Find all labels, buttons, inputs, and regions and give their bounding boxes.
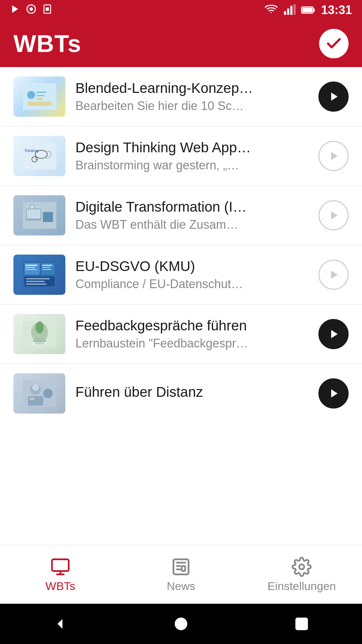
svg-rect-16 [36,98,43,100]
item-thumbnail [13,314,65,354]
nav-item-news[interactable]: News [121,545,241,604]
item-thumbnail [13,195,65,235]
signal-icon [283,4,296,16]
item-text: EU-DSGVO (KMU) Compliance / EU-Datenschu… [75,258,308,291]
item-title: Blended-Learning-Konzep… [75,80,308,96]
status-icons-right: 13:31 [265,3,352,17]
battery-icon [301,4,316,16]
nav-label-wbts: WBTs [46,580,75,593]
item-subtitle: Brainstorming war gestern, „… [75,158,308,172]
play-button[interactable] [318,200,349,230]
item-title: Digitale Transformation (I… [75,199,308,215]
nav-item-wbts[interactable]: WBTs [0,545,121,604]
item-title: Feedbackgespräche führen [75,318,308,334]
news-icon [171,557,191,577]
svg-rect-39 [26,281,45,282]
svg-rect-40 [26,283,46,285]
play-status-icon [10,4,20,16]
item-title: Führen über Distanz [75,384,308,400]
list-item[interactable]: Blended-Learning-Konzep… Bearbeiten Sie … [0,67,362,126]
item-thumbnail [13,76,65,117]
play-button[interactable] [318,82,349,112]
item-text: Feedbackgespräche führen Lernbaustein "F… [75,318,308,351]
play-button[interactable] [318,260,349,290]
svg-marker-18 [331,93,338,101]
svg-rect-10 [313,8,315,11]
svg-marker-31 [331,211,338,220]
wifi-icon [265,4,278,16]
item-title: EU-DSGVO (KMU) [75,258,308,274]
svg-rect-19 [23,143,56,169]
svg-rect-5 [284,11,286,15]
item-text: Führen über Distanz [75,384,308,403]
home-button[interactable] [168,610,194,637]
svg-rect-36 [25,269,36,270]
svg-point-48 [36,321,44,333]
wbt-list: Blended-Learning-Konzep… Bearbeiten Sie … [0,67,362,545]
item-thumbnail [13,255,65,295]
svg-marker-45 [331,271,338,279]
svg-marker-0 [12,5,18,13]
item-thumbnail [13,373,65,414]
svg-rect-72 [296,618,307,629]
check-button[interactable] [319,29,349,58]
item-thumbnail: Thinking [13,136,65,176]
svg-marker-24 [331,152,338,160]
settings-icon [292,557,312,577]
list-item[interactable]: Feedbackgespräche führen Lernbaustein "F… [0,305,362,364]
item-subtitle: Compliance / EU-Datenschut… [75,277,308,291]
svg-point-30 [31,205,34,209]
svg-rect-42 [42,265,52,266]
status-time: 13:31 [321,3,352,17]
svg-point-68 [299,564,304,569]
item-subtitle: Bearbeiten Sie hier die 10 Sc… [75,99,308,113]
nav-label-einstellungen: Einstellungen [267,580,336,593]
play-button[interactable] [318,378,349,409]
android-navigation-bar [0,604,362,644]
svg-rect-58 [29,397,35,400]
recents-button[interactable] [288,610,315,637]
list-item[interactable]: EU-DSGVO (KMU) Compliance / EU-Datenschu… [0,245,362,305]
item-text: Blended-Learning-Konzep… Bearbeiten Sie … [75,80,308,113]
svg-rect-35 [25,267,35,268]
nav-item-einstellungen[interactable]: Einstellungen [241,545,362,604]
nav-label-news: News [167,580,195,593]
svg-rect-15 [36,95,45,96]
svg-point-2 [30,8,33,10]
svg-rect-51 [35,343,45,344]
svg-marker-52 [331,330,338,338]
list-item[interactable]: Digitale Transformation (I… Das WBT enth… [0,186,362,245]
svg-rect-43 [42,267,51,268]
status-icons-left [10,4,52,16]
svg-rect-34 [25,265,37,266]
svg-rect-8 [294,4,296,15]
svg-rect-27 [27,209,41,219]
svg-rect-67 [182,566,185,571]
circle-dot-status-icon [26,4,36,16]
status-bar: 13:31 [0,0,362,20]
list-item[interactable]: Führen über Distanz [0,364,362,423]
svg-rect-17 [28,102,51,106]
svg-point-57 [43,389,53,398]
item-text: Design Thinking Web App… Brainstorming w… [75,140,308,172]
svg-point-71 [179,622,183,626]
item-subtitle: Das WBT enthält die Zusam… [75,218,308,232]
svg-rect-14 [36,92,46,93]
play-button[interactable] [318,141,349,171]
sim-status-icon [42,4,52,16]
svg-rect-7 [290,6,292,15]
monitor-icon [50,557,70,577]
svg-rect-38 [26,278,50,279]
svg-point-55 [32,384,39,391]
svg-rect-4 [46,7,49,11]
svg-rect-6 [287,8,289,15]
app-header: WBTs [0,20,362,67]
svg-marker-69 [58,619,63,629]
svg-rect-44 [42,269,52,270]
item-text: Digitale Transformation (I… Das WBT enth… [75,199,308,232]
list-item[interactable]: Thinking Design Thinking Web App… Brains… [0,126,362,186]
play-button[interactable] [318,319,349,349]
bottom-navigation: WBTs News Einstellungen [0,545,362,604]
back-button[interactable] [47,610,74,637]
svg-rect-11 [302,8,312,12]
